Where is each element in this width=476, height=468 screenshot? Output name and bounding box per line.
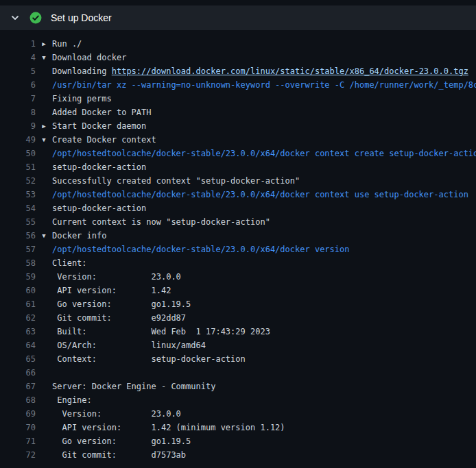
log-line: 60 API version: 1.42 (0, 284, 476, 297)
log-line: 62 Git commit: e92dd87 (0, 311, 476, 325)
log-text: /opt/hostedtoolcache/docker-stable/23.0.… (52, 190, 468, 199)
log-group-line[interactable]: 1▶Run ./ (0, 37, 476, 51)
log-text: OS/Arch: linux/amd64 (52, 341, 206, 350)
log-plain-text: Engine: (52, 395, 92, 405)
line-number[interactable]: 9 (0, 121, 36, 131)
line-number[interactable]: 8 (0, 108, 36, 117)
line-number[interactable]: 49 (0, 135, 36, 145)
log-line: 70 API version: 1.42 (minimum version 1.… (0, 421, 476, 434)
group-collapsed-icon[interactable]: ▶ (36, 123, 52, 130)
line-number[interactable]: 63 (0, 327, 36, 336)
line-number[interactable]: 70 (0, 423, 36, 432)
line-number[interactable]: 66 (0, 368, 36, 378)
line-number[interactable]: 62 (0, 313, 36, 323)
line-number[interactable]: 50 (0, 149, 36, 158)
step-header[interactable]: Set up Docker (0, 5, 476, 30)
log-text: /usr/bin/tar xz --warning=no-unknown-key… (52, 80, 476, 90)
log-line: 50/opt/hostedtoolcache/docker-stable/23.… (0, 147, 476, 160)
log-text: Successfully created context "setup-dock… (52, 176, 300, 186)
log-text: Context: setup-docker-action (52, 354, 246, 364)
log-text: Added Docker to PATH (52, 108, 152, 117)
line-number[interactable]: 65 (0, 354, 36, 364)
log-text: /opt/hostedtoolcache/docker-stable/23.0.… (52, 149, 476, 158)
log-plain-text: Version: 23.0.0 (52, 409, 181, 419)
log-command-text: /opt/hostedtoolcache/docker-stable/23.0.… (52, 245, 349, 254)
log-text: Git commit: d7573ab (52, 450, 186, 460)
line-number[interactable]: 5 (0, 66, 36, 76)
log-line: 61 Go version: go1.19.5 (0, 297, 476, 311)
log-group-line[interactable]: 9▶Start Docker daemon (0, 119, 476, 133)
log-text: API version: 1.42 (52, 286, 171, 295)
log-command-text: /opt/hostedtoolcache/docker-stable/23.0.… (52, 149, 476, 158)
line-number[interactable]: 68 (0, 395, 36, 405)
log-text: Downloading https://download.docker.com/… (52, 66, 468, 76)
line-number[interactable]: 7 (0, 94, 36, 103)
log-line: 53/opt/hostedtoolcache/docker-stable/23.… (0, 188, 476, 201)
log-text: /opt/hostedtoolcache/docker-stable/23.0.… (52, 245, 349, 254)
log-plain-text: setup-docker-action (52, 162, 146, 172)
log-text: Server: Docker Engine - Community (52, 382, 215, 391)
line-number[interactable]: 6 (0, 80, 36, 90)
log-text: Go version: go1.19.5 (52, 299, 191, 309)
log-text: Download docker (52, 53, 126, 62)
line-number[interactable]: 71 (0, 436, 36, 446)
step-title: Set up Docker (51, 12, 112, 23)
log-plain-text: Git commit: d7573ab (52, 450, 186, 460)
log-line: 6/usr/bin/tar xz --warning=no-unknown-ke… (0, 78, 476, 92)
log-plain-text: Fixing perms (52, 94, 112, 103)
log-line: 69 Version: 23.0.0 (0, 407, 476, 421)
log-group-line[interactable]: 4▼Download docker (0, 51, 476, 64)
group-expanded-icon[interactable]: ▼ (36, 232, 52, 239)
line-number[interactable]: 53 (0, 190, 36, 199)
log-text: Docker info (52, 231, 106, 241)
line-number[interactable]: 69 (0, 409, 36, 419)
chevron-down-icon[interactable] (10, 12, 21, 23)
log-command-text: /usr/bin/tar xz --warning=no-unknown-key… (52, 80, 476, 90)
group-expanded-icon[interactable]: ▼ (36, 136, 52, 143)
log-plain-text: Run ./ (52, 39, 82, 49)
log-plain-text: Docker info (52, 231, 106, 241)
log-plain-text: Server: Docker Engine - Community (52, 382, 215, 391)
line-number[interactable]: 57 (0, 245, 36, 254)
line-number[interactable]: 55 (0, 217, 36, 227)
log-area: 1▶Run ./4▼Download docker5Downloading ht… (0, 30, 476, 462)
group-expanded-icon[interactable]: ▼ (36, 54, 52, 61)
log-plain-text: setup-docker-action (52, 204, 146, 213)
line-number[interactable]: 54 (0, 204, 36, 213)
line-number[interactable]: 60 (0, 286, 36, 295)
line-number[interactable]: 4 (0, 53, 36, 62)
log-text: Create Docker context (52, 135, 156, 145)
log-text: Version: 23.0.0 (52, 272, 181, 282)
log-group-line[interactable]: 49▼Create Docker context (0, 133, 476, 147)
log-line: 64 OS/Arch: linux/amd64 (0, 338, 476, 352)
log-text: API version: 1.42 (minimum version 1.12) (52, 423, 285, 432)
log-line: 55Current context is now "setup-docker-a… (0, 215, 476, 229)
line-number[interactable]: 58 (0, 258, 36, 268)
log-plain-text: Built: Wed Feb 1 17:43:29 2023 (52, 327, 270, 336)
log-plain-text: Context: setup-docker-action (52, 354, 246, 364)
log-text: Run ./ (52, 39, 82, 49)
line-number[interactable]: 64 (0, 341, 36, 350)
log-plain-text: API version: 1.42 (minimum version 1.12) (52, 423, 285, 432)
log-text: Built: Wed Feb 1 17:43:29 2023 (52, 327, 270, 336)
log-line: 72 Git commit: d7573ab (0, 448, 476, 462)
line-number[interactable]: 52 (0, 176, 36, 186)
line-number[interactable]: 51 (0, 162, 36, 172)
line-number[interactable]: 61 (0, 299, 36, 309)
log-line: 8Added Docker to PATH (0, 106, 476, 119)
log-text: Start Docker daemon (52, 121, 146, 131)
log-text: Git commit: e92dd87 (52, 313, 186, 323)
log-line: 5Downloading https://download.docker.com… (0, 64, 476, 78)
log-text: setup-docker-action (52, 162, 146, 172)
log-plain-text: API version: 1.42 (52, 286, 171, 295)
line-number[interactable]: 67 (0, 382, 36, 391)
log-group-line[interactable]: 56▼Docker info (0, 229, 476, 243)
log-link[interactable]: https://download.docker.com/linux/static… (112, 66, 468, 76)
group-collapsed-icon[interactable]: ▶ (36, 40, 52, 47)
line-number[interactable]: 72 (0, 450, 36, 460)
workflow-log-viewer: Set up Docker 1▶Run ./4▼Download docker5… (0, 5, 476, 462)
line-number[interactable]: 59 (0, 272, 36, 282)
log-line: 51setup-docker-action (0, 160, 476, 174)
line-number[interactable]: 56 (0, 231, 36, 241)
line-number[interactable]: 1 (0, 39, 36, 49)
